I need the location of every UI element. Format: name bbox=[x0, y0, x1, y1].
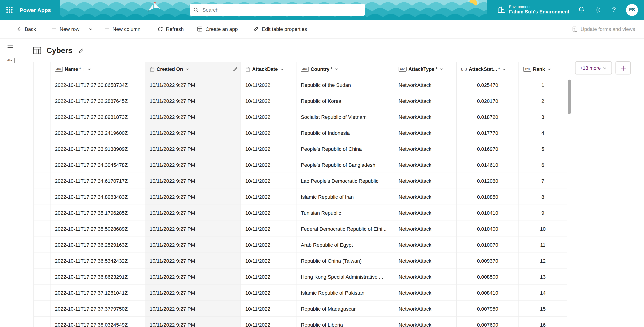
cell-name[interactable]: 2022-10-11T17:27:34.3045478Z bbox=[50, 157, 145, 172]
table-row[interactable]: 2022-10-11T17:27:36.8623291Z10/11/2022 9… bbox=[34, 269, 567, 285]
new-row-button[interactable]: New row bbox=[48, 22, 83, 36]
cell-rank[interactable]: 6 bbox=[519, 157, 567, 172]
table-row[interactable]: 2022-10-11T17:27:33.9138909Z10/11/2022 9… bbox=[34, 141, 567, 157]
cell-attack-type[interactable]: NetworkAttack bbox=[394, 157, 457, 172]
cell-country[interactable]: Republic of Liberia bbox=[296, 317, 394, 327]
cell-rank[interactable]: 2 bbox=[519, 93, 567, 109]
app-launcher-button[interactable] bbox=[0, 0, 19, 20]
cell-created-on[interactable]: 10/11/2022 9:27 PM bbox=[145, 301, 241, 316]
row-gutter[interactable] bbox=[34, 253, 50, 268]
cell-attack-date[interactable]: 10/11/2022 bbox=[241, 221, 296, 236]
cell-created-on[interactable]: 10/11/2022 9:27 PM bbox=[145, 173, 241, 188]
cell-attack-stat[interactable]: 0.020170 bbox=[457, 93, 519, 109]
cell-attack-date[interactable]: 10/11/2022 bbox=[241, 285, 296, 300]
cell-attack-date[interactable]: 10/11/2022 bbox=[241, 189, 296, 204]
row-gutter[interactable] bbox=[34, 141, 50, 156]
cell-attack-type[interactable]: NetworkAttack bbox=[394, 109, 457, 124]
cell-country[interactable]: Federal Democratic Republic of Ethi... bbox=[296, 221, 394, 236]
cell-name[interactable]: 2022-10-11T17:27:36.5342432Z bbox=[50, 253, 145, 268]
select-all-gutter[interactable] bbox=[34, 62, 50, 77]
cell-attack-type[interactable]: NetworkAttack bbox=[394, 285, 457, 300]
cell-country[interactable]: Arab Republic of Egypt bbox=[296, 237, 394, 252]
cell-country[interactable]: Tunisian Republic bbox=[296, 205, 394, 220]
search-input[interactable] bbox=[202, 6, 361, 13]
table-row[interactable]: 2022-10-11T17:27:37.1281041Z10/11/2022 9… bbox=[34, 285, 567, 301]
column-header-attacktype[interactable]: AbcAttackType* bbox=[394, 62, 457, 77]
update-forms-and-views-button[interactable]: Update forms and views bbox=[572, 26, 635, 32]
cell-country[interactable]: Republic of Indonesia bbox=[296, 125, 394, 140]
cell-created-on[interactable]: 10/11/2022 9:27 PM bbox=[145, 157, 241, 172]
edit-table-name-button[interactable] bbox=[77, 47, 85, 54]
cell-attack-stat[interactable]: 0.010070 bbox=[457, 237, 519, 252]
cell-name[interactable]: 2022-10-11T17:27:35.1796285Z bbox=[50, 205, 145, 220]
rail-columns-tool-button[interactable]: Abc bbox=[0, 53, 20, 68]
cell-created-on[interactable]: 10/11/2022 9:27 PM bbox=[145, 205, 241, 220]
cell-created-on[interactable]: 10/11/2022 9:27 PM bbox=[145, 237, 241, 252]
cell-country[interactable]: People's Republic of China bbox=[296, 141, 394, 156]
cell-attack-type[interactable]: NetworkAttack bbox=[394, 93, 457, 109]
cell-rank[interactable]: 12 bbox=[519, 253, 567, 268]
cell-rank[interactable]: 7 bbox=[519, 173, 567, 188]
cell-name[interactable]: 2022-10-11T17:27:33.9138909Z bbox=[50, 141, 145, 156]
new-row-dropdown-button[interactable] bbox=[86, 22, 95, 36]
cell-country[interactable]: Socialist Republic of Vietnam bbox=[296, 109, 394, 124]
table-row[interactable]: 2022-10-11T17:27:32.2887645Z10/11/2022 9… bbox=[34, 93, 567, 109]
cell-attack-date[interactable]: 10/11/2022 bbox=[241, 125, 296, 140]
cell-rank[interactable]: 13 bbox=[519, 269, 567, 284]
cell-rank[interactable]: 10 bbox=[519, 221, 567, 236]
column-header-attackstat[interactable]: 0.0AttackStat...* bbox=[457, 62, 519, 77]
cell-name[interactable]: 2022-10-11T17:27:38.0324549Z bbox=[50, 317, 145, 327]
cell-attack-type[interactable]: NetworkAttack bbox=[394, 173, 457, 188]
cell-name[interactable]: 2022-10-11T17:27:36.2529163Z bbox=[50, 237, 145, 252]
cell-name[interactable]: 2022-10-11T17:27:32.2887645Z bbox=[50, 93, 145, 109]
cell-name[interactable]: 2022-10-11T17:27:33.2419600Z bbox=[50, 125, 145, 140]
cell-attack-type[interactable]: NetworkAttack bbox=[394, 317, 457, 327]
cell-rank[interactable]: 16 bbox=[519, 317, 567, 327]
cell-attack-stat[interactable]: 0.010410 bbox=[457, 205, 519, 220]
cell-attack-type[interactable]: NetworkAttack bbox=[394, 221, 457, 236]
cell-country[interactable]: Republic of the Sudan bbox=[296, 77, 394, 93]
table-row[interactable]: 2022-10-11T17:27:34.8983483Z10/11/2022 9… bbox=[34, 189, 567, 205]
cell-rank[interactable]: 3 bbox=[519, 109, 567, 124]
cell-attack-type[interactable]: NetworkAttack bbox=[394, 189, 457, 204]
cell-created-on[interactable]: 10/11/2022 9:27 PM bbox=[145, 141, 241, 156]
row-gutter[interactable] bbox=[34, 157, 50, 172]
cell-attack-date[interactable]: 10/11/2022 bbox=[241, 269, 296, 284]
cell-rank[interactable]: 5 bbox=[519, 141, 567, 156]
cell-created-on[interactable]: 10/11/2022 9:27 PM bbox=[145, 93, 241, 109]
new-column-button[interactable]: New column bbox=[100, 22, 144, 36]
cell-country[interactable]: Islamic Republic of Iran bbox=[296, 189, 394, 204]
table-row[interactable]: 2022-10-11T17:27:36.2529163Z10/11/2022 9… bbox=[34, 237, 567, 253]
row-gutter[interactable] bbox=[34, 205, 50, 220]
cell-attack-date[interactable]: 10/11/2022 bbox=[241, 77, 296, 93]
cell-country[interactable]: Lao People's Democratic Republic bbox=[296, 173, 394, 188]
row-gutter[interactable] bbox=[34, 77, 50, 93]
column-header-country[interactable]: AbcCountry* bbox=[296, 62, 394, 77]
column-header-created-on[interactable]: Created On bbox=[145, 62, 241, 77]
cell-rank[interactable]: 9 bbox=[519, 205, 567, 220]
column-header-name[interactable]: AbcName*↑ bbox=[50, 62, 145, 77]
cell-attack-stat[interactable]: 0.007950 bbox=[457, 301, 519, 316]
column-header-attackdate[interactable]: AttackDate bbox=[241, 62, 296, 77]
row-gutter[interactable] bbox=[34, 125, 50, 140]
cell-attack-date[interactable]: 10/11/2022 bbox=[241, 141, 296, 156]
account-avatar[interactable]: FS bbox=[626, 4, 638, 16]
cell-attack-stat[interactable]: 0.012080 bbox=[457, 173, 519, 188]
cell-attack-stat[interactable]: 0.018720 bbox=[457, 109, 519, 124]
cell-created-on[interactable]: 10/11/2022 9:27 PM bbox=[145, 125, 241, 140]
collapse-pane-button[interactable] bbox=[0, 38, 20, 53]
create-an-app-button[interactable]: Create an app bbox=[193, 22, 241, 36]
cell-attack-stat[interactable]: 0.008410 bbox=[457, 285, 519, 300]
table-row[interactable]: 2022-10-11T17:27:36.5342432Z10/11/2022 9… bbox=[34, 253, 567, 269]
cell-attack-type[interactable]: NetworkAttack bbox=[394, 125, 457, 140]
cell-name[interactable]: 2022-10-11T17:27:34.6170717Z bbox=[50, 173, 145, 188]
row-gutter[interactable] bbox=[34, 285, 50, 300]
row-gutter[interactable] bbox=[34, 317, 50, 327]
refresh-button[interactable]: Refresh bbox=[154, 22, 187, 36]
cell-rank[interactable]: 14 bbox=[519, 285, 567, 300]
help-button[interactable]: ? bbox=[610, 6, 618, 14]
cell-attack-date[interactable]: 10/11/2022 bbox=[241, 157, 296, 172]
table-row[interactable]: 2022-10-11T17:27:32.8981873Z10/11/2022 9… bbox=[34, 109, 567, 125]
row-gutter[interactable] bbox=[34, 189, 50, 204]
cell-attack-date[interactable]: 10/11/2022 bbox=[241, 205, 296, 220]
